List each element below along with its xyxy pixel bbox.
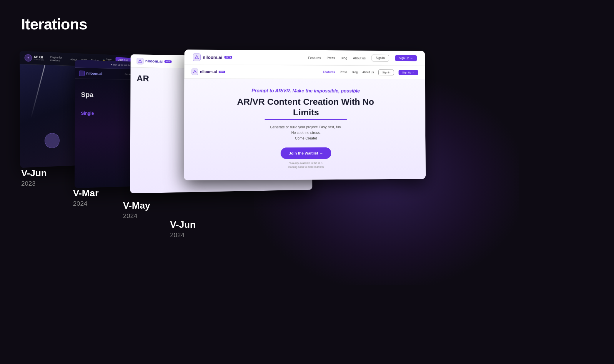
label-vmay2024: V-May 2024 xyxy=(123,200,150,220)
vjun2024-waitlist-button[interactable]: Join the Waitlist → xyxy=(281,147,331,159)
vjun2024-hero-title: AR/VR Content Creation With No Limits xyxy=(232,97,379,120)
vmay2024-hero-text: AR xyxy=(137,74,149,83)
vjun2023-version: V-Jun xyxy=(21,168,47,179)
vjun2024-logo-bottom: niloom.ai BETA xyxy=(192,68,225,75)
vjun2024-body: Prompt to AR/VR. Make the impossible, po… xyxy=(184,79,426,180)
engine-text: ENGINE xyxy=(34,59,44,61)
subtitle-line3: Come Create! xyxy=(295,136,317,140)
vmay2024-logo: niloom.ai BETA xyxy=(137,58,172,65)
vjun2024-nav-aboutus-bot[interactable]: About us xyxy=(362,71,374,74)
vmar2024-logo: niloom.ai xyxy=(79,70,102,76)
vjun2024-subtitle: Generate or build your project! Easy, fa… xyxy=(270,124,342,142)
vjun2024-year: 2024 xyxy=(170,231,196,239)
vjun2024-nav-aboutus-top[interactable]: About us xyxy=(353,56,366,60)
vjun2024-logo-top: niloom.ai BETA xyxy=(193,53,232,61)
vjun2024-version: V-Jun xyxy=(170,219,196,230)
label-vmar2024: V-Mar 2024 xyxy=(73,188,99,207)
vmar2024-year: 2024 xyxy=(73,200,99,207)
vjun2023-nav-engine[interactable]: Engine for creators xyxy=(50,56,66,62)
page-title: Iterations xyxy=(21,15,87,33)
vjun2023-year: 2023 xyxy=(21,180,47,187)
vmay2024-version: V-May xyxy=(123,200,150,211)
niloom-brand-vjun: niloom.ai xyxy=(203,55,222,60)
vmar2024-version: V-Mar xyxy=(73,188,99,199)
vjun2024-nav-blog-bot[interactable]: Blog xyxy=(352,71,358,74)
vjun2024-note: *Already available in the U.S. Coming so… xyxy=(288,161,324,169)
vjun2023-logo: ✦ ABXR ENGINE xyxy=(24,54,44,62)
title-underline xyxy=(265,119,347,120)
vjun2024-signin-button-top[interactable]: Sign In xyxy=(371,55,389,62)
vjun2024-nav-blog-top[interactable]: Blog xyxy=(341,56,347,60)
card-vjun2024: niloom.ai BETA Features Press Blog About… xyxy=(184,49,426,180)
niloom-logo-icon-v1 xyxy=(79,70,85,76)
note-line2: Coming soon to more markets xyxy=(288,165,324,169)
vjun2024-tagline: Prompt to AR/VR. Make the impossible, po… xyxy=(252,88,360,94)
vjun2024-nav-features-bot[interactable]: Features xyxy=(323,71,335,74)
vjun2024-nav-press-bot[interactable]: Press xyxy=(340,71,347,74)
beta-badge-vmay: BETA xyxy=(164,60,172,63)
cards-container: ✦ ABXR ENGINE Engine for creators About … xyxy=(18,44,594,309)
vjun2024-nav-links-bottom: Features Press Blog About us Sign In Sig… xyxy=(323,69,418,75)
subtitle-line2: No code no stress. xyxy=(291,131,321,135)
label-vjun2024: V-Jun 2024 xyxy=(170,219,196,239)
svg-marker-1 xyxy=(195,55,198,59)
subtitle-line1: Generate or build your project! Easy, fa… xyxy=(270,125,342,129)
vmay2024-year: 2024 xyxy=(123,212,150,220)
vmar2024-hero-text: Spa xyxy=(81,91,93,99)
vmar2024-hero-sub: Single xyxy=(81,111,94,116)
vjun2024-cta-label: Join the Waitlist → xyxy=(289,151,323,155)
svg-marker-0 xyxy=(139,59,142,62)
svg-marker-2 xyxy=(193,70,196,73)
vjun2024-nav-press-top[interactable]: Press xyxy=(327,56,335,59)
vjun2024-signup-button-bot[interactable]: Sign Up → xyxy=(399,70,418,75)
niloom-brand-text-v1: niloom.ai xyxy=(86,71,102,76)
vjun2024-hero-title-text: AR/VR Content Creation With No Limits xyxy=(237,97,374,117)
label-vjun2023: V-Jun 2023 xyxy=(21,168,47,187)
vjun2024-navbar-bottom: niloom.ai BETA Features Press Blog About… xyxy=(184,65,425,79)
vjun2024-signin-button-bot[interactable]: Sign In xyxy=(378,69,394,75)
beta-badge-vjun2: BETA xyxy=(219,71,225,73)
beta-badge-vjun: BETA xyxy=(224,56,232,59)
vjun2024-nav-links-top: Features Press Blog About us Sign In Sig… xyxy=(308,54,417,62)
light-beam xyxy=(31,64,47,118)
niloom-logo-icon-vjun2 xyxy=(192,68,198,75)
abxr-logo-icon: ✦ xyxy=(24,54,32,62)
niloom-logo-icon-vjun xyxy=(193,53,201,61)
abxr-brand-name: ABXR ENGINE xyxy=(34,56,44,61)
niloom-brand-vjun2: niloom.ai xyxy=(200,69,217,74)
vjun2024-navbar-top: niloom.ai BETA Features Press Blog About… xyxy=(184,49,425,66)
vjun2024-nav-features-top[interactable]: Features xyxy=(308,56,321,59)
niloom-logo-icon-v2 xyxy=(137,58,144,64)
niloom-brand-vmay: niloom.ai xyxy=(145,59,163,64)
decorative-circle xyxy=(44,133,59,149)
vjun2024-signup-button-top[interactable]: Sign Up → xyxy=(395,55,417,61)
note-line1: *Already available in the U.S. xyxy=(289,162,323,165)
